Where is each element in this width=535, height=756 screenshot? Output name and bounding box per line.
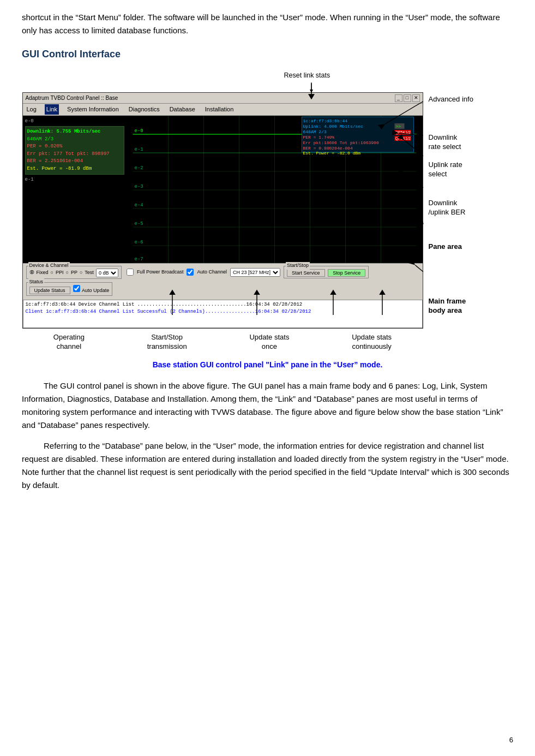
gui-menubar: Log Link System Information Diagnostics … [23,104,423,116]
advanced-info-label: Advanced info [429,95,473,104]
menu-log[interactable]: Log [25,104,38,115]
menu-database[interactable]: Database [168,104,197,115]
gui-screenshot-container: Adaptrum TVBD Control Panel :: Base _ □ … [22,92,423,329]
log-line2: Client 1c:af:f7:d3:6b:44 Channel List Su… [26,308,420,316]
dl-err: Err pkt: 177 Tot pkt: 898997 [27,151,122,158]
svg-text:e-6: e-6 [134,240,143,245]
minimize-btn[interactable]: _ [395,94,402,102]
dl-title: Downlink: 5.755 Mbits/sec [27,128,122,136]
grid-svg: e-0 e-1 e-2 e-3 e-4 e-5 e-6 e-7 1c:af:f7… [127,116,423,263]
fixed-radio: ⦿ [29,269,34,277]
menu-link[interactable]: Link [45,104,59,115]
diagram-row: Adaptrum TVBD Control Panel :: Base _ □ … [22,92,513,329]
start-stop-group-label: Start/Stop [286,262,310,270]
test-dropdown[interactable]: 0 dB [96,269,118,277]
titlebar-controls: _ □ ✕ [395,94,420,102]
full-power-check[interactable] [127,269,134,276]
body-para-2: Referring to the “Database” pane below, … [22,439,513,492]
figure-caption: Base station GUI control panel "Link" pa… [22,359,513,371]
svg-text:Est. Power = -82.0 dBm: Est. Power = -82.0 dBm [303,151,360,156]
gui-grid: e-0 e-1 e-2 e-3 e-4 e-5 e-6 e-7 1c:af:f7… [127,116,423,263]
dl-power: Est. Power = -81.9 dBm [27,165,122,173]
update-stats-cont-ann: Update stats continuously [352,333,392,352]
svg-text:Err pkt:18606 Tot pkt:1063900: Err pkt:18606 Tot pkt:1063900 [303,140,378,145]
main-frame-body-label: Main frame body area [429,297,466,316]
intro-paragraph: shortcut in the “Start Menu” folder. The… [22,11,513,37]
diagram-wrapper: Reset link stats Adaptrum TVBD Control P… [22,70,513,354]
test-label: Test [85,269,94,277]
device-channel-group: Device & Channel ⦿ Fixed ○ PPI ○ PP ○ Te… [26,266,122,279]
downlink-panel: e-0 Downlink: 5.755 Mbits/sec 640AM 2/3 … [23,116,127,263]
page-number: 6 [509,735,513,746]
gui-controls: Device & Channel ⦿ Fixed ○ PPI ○ PP ○ Te… [23,263,423,300]
dl-per: PER = 0.020% [27,143,122,151]
section-heading: GUI Control Interface [22,47,513,62]
dl-ber: BER = 2.251061e-004 [27,158,122,165]
fixed-label: Fixed [37,269,49,277]
device-channel-label: Device & Channel [28,262,70,270]
gui-screenshot: Adaptrum TVBD Control Panel :: Base _ □ … [22,92,423,329]
auto-update-label: Auto Update [82,288,109,293]
channel-label-e1: e-1 [25,176,124,184]
log-line1: 1c:af:f7:d3:6b:44 Device Channel List ..… [26,301,420,308]
svg-text:Uplink: 4.000 Mbits/sec: Uplink: 4.000 Mbits/sec [303,124,363,129]
channel-label-e0: e-0 [25,118,124,126]
update-stats-once-ann: Update stats once [249,333,289,352]
downlink-box: Downlink: 5.755 Mbits/sec 640AM 2/3 PER … [25,126,124,175]
right-annotations: Advanced info Downlink rate select Uplin… [423,92,513,329]
svg-text:>>: >> [395,124,401,129]
status-group-label: Status [28,278,45,286]
start-service-btn[interactable]: Start Service [287,269,325,277]
start-stop-group: Start/Stop Start Service Stop Service [284,266,369,278]
operating-channel-ann: Operating channel [53,333,85,352]
channel-dropdown[interactable]: CH 23 [527 MHz] [230,268,280,277]
svg-text:640AM  2/3: 640AM 2/3 [303,129,326,134]
svg-text:1c:af:f7:d3:6b:44: 1c:af:f7:d3:6b:44 [303,118,347,123]
close-btn[interactable]: ✕ [412,94,420,102]
pp-radio: ○ [65,269,68,277]
auto-channel-check[interactable] [187,269,194,276]
dl-modulation: 640AM 2/3 [27,136,122,144]
status-group: Status Update Status Auto Update [26,282,113,296]
pane-area-label: Pane area [429,242,462,252]
svg-text:e-7: e-7 [134,257,143,262]
gui-titlebar: Adaptrum TVBD Control Panel :: Base _ □ … [23,93,423,104]
svg-text:e-0: e-0 [134,128,143,134]
svg-text:QP5K1/2: QP5K1/2 [395,136,411,141]
svg-text:QP5K1/2: QP5K1/2 [395,130,411,135]
reset-arrow-svg [22,70,513,92]
test-radio: ○ [80,269,82,277]
svg-text:e-3: e-3 [134,184,143,189]
ppi-label: PPI [56,269,64,277]
stop-service-btn[interactable]: Stop Service [328,269,365,277]
full-power-label: Full Power Broadcast [137,269,184,276]
menu-diagnostics[interactable]: Diagnostics [127,104,161,115]
ppi-radio: ○ [51,269,53,277]
controls-row1: Device & Channel ⦿ Fixed ○ PPI ○ PP ○ Te… [26,266,419,296]
menu-sysinfo[interactable]: System Information [65,104,121,115]
gui-title: Adaptrum TVBD Control Panel :: Base [26,94,118,102]
auto-update-check[interactable] [73,285,80,292]
downlink-rate-label: Downlink rate select [429,133,461,152]
svg-text:e-5: e-5 [134,221,143,227]
update-status-btn[interactable]: Update Status [29,287,70,294]
gui-display: e-0 Downlink: 5.755 Mbits/sec 640AM 2/3 … [23,116,423,263]
reset-label: Reset link stats [284,70,330,81]
maximize-btn[interactable]: □ [404,94,411,102]
above-diagram: Reset link stats [22,70,513,92]
body-para-1: The GUI control panel is shown in the ab… [22,379,513,432]
menu-installation[interactable]: Installation [203,104,236,115]
bottom-annotations: Operating channel Start/Stop transmissio… [22,329,423,354]
gui-log: 1c:af:f7:d3:6b:44 Device Channel List ..… [23,300,423,328]
downlink-uplink-ber-label: Downlink /uplink BER [429,199,466,217]
svg-text:e-2: e-2 [134,165,143,171]
svg-text:PER = 1.749%: PER = 1.749% [303,135,334,140]
uplink-rate-label: Uplink rate select [429,160,462,179]
auto-channel-label: Auto Channel [197,269,227,276]
pp-label: PP [71,269,77,277]
svg-text:BER = 0.980204e-004: BER = 0.980204e-004 [303,146,352,151]
svg-text:e-4: e-4 [134,203,143,208]
start-stop-ann: Start/Stop transmission [147,333,187,352]
svg-text:e-1: e-1 [134,147,143,152]
